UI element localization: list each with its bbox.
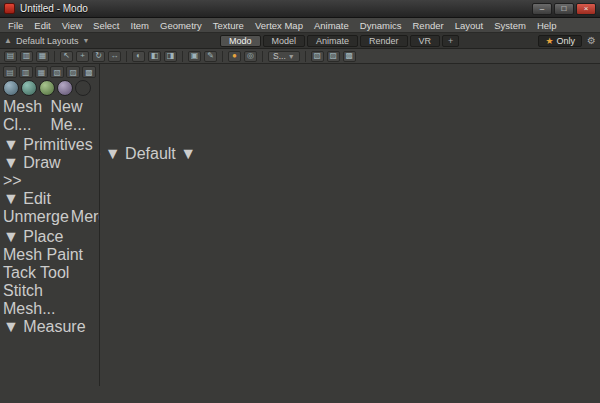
- menu-texture[interactable]: Texture: [213, 20, 244, 31]
- work-plane-icon[interactable]: ◎: [244, 51, 257, 62]
- menu-render[interactable]: Render: [413, 20, 444, 31]
- stitch-mesh-label: Stitch Mesh...: [3, 282, 55, 317]
- tool-mode-icon[interactable]: ▤: [3, 66, 17, 78]
- layout-tab-modo[interactable]: Modo: [220, 35, 261, 47]
- scale-tool-icon[interactable]: ↔: [108, 51, 121, 62]
- snap-icon[interactable]: ▣: [188, 51, 201, 62]
- add-layout-tab-button[interactable]: +: [442, 35, 459, 47]
- mesh-cleanup-button[interactable]: Mesh Cl...: [3, 98, 49, 134]
- sculpt-tool-icon[interactable]: [39, 80, 55, 96]
- symmetry-right-icon[interactable]: ◨: [164, 51, 177, 62]
- primitives-header-label: Primitives: [23, 136, 92, 153]
- falloff-icon[interactable]: ◐: [132, 51, 145, 62]
- measure-section-header[interactable]: ▼ Measure: [3, 318, 96, 336]
- menu-vertex-map[interactable]: Vertex Map: [255, 20, 303, 31]
- toolbar-separator: [262, 51, 263, 62]
- tool-mode-icon[interactable]: ▨: [66, 66, 80, 78]
- star-icon: ★: [545, 36, 553, 46]
- tool-mode-icon[interactable]: ▥: [19, 66, 33, 78]
- only-label: Only: [557, 36, 576, 46]
- tool-mode-icon[interactable]: ▩: [82, 66, 96, 78]
- unmerge-button[interactable]: Unmerge: [3, 208, 69, 226]
- edit-section-header[interactable]: ▼ Edit: [3, 190, 96, 208]
- rotate-tool-icon[interactable]: ↻: [92, 51, 105, 62]
- more-draw-tools-button[interactable]: >>: [3, 172, 96, 190]
- paint-tool-icon[interactable]: [57, 80, 73, 96]
- mesh-ops-icon[interactable]: ▧: [311, 51, 324, 62]
- layout-tab-render[interactable]: Render: [360, 35, 408, 47]
- draw-header-label: Draw: [23, 154, 60, 171]
- chevron-down-icon: ▼: [105, 145, 121, 162]
- modo-window: Untitled - Modo – □ × File Edit View Sel…: [0, 0, 600, 403]
- layout-tab-vr[interactable]: VR: [410, 35, 441, 47]
- misc-tool-icon[interactable]: [75, 80, 91, 96]
- style-menu-label: Default: [125, 145, 176, 162]
- layout-bar: ▲ Default Layouts ▼ Modo Model Animate R…: [0, 33, 600, 49]
- toolbar-separator: [182, 51, 183, 62]
- maximize-button[interactable]: □: [554, 3, 574, 15]
- merge-button[interactable]: Merge: [71, 208, 100, 226]
- tack-tool[interactable]: Tack Tool: [3, 264, 96, 282]
- window-controls: – □ ×: [532, 3, 596, 15]
- menu-edit[interactable]: Edit: [34, 20, 50, 31]
- transform-tool-icon[interactable]: [3, 80, 19, 96]
- mesh-buttons-row: Mesh Cl... New Me...: [3, 98, 96, 134]
- chevron-down-icon: ▼: [3, 136, 19, 153]
- layout-quad-icon[interactable]: ▦: [36, 51, 49, 62]
- menu-system[interactable]: System: [494, 20, 526, 31]
- layouts-label: Default Layouts: [16, 36, 79, 46]
- menu-file[interactable]: File: [8, 20, 23, 31]
- layout-grid-icon[interactable]: ▤: [4, 51, 17, 62]
- viewport-style-dropdown[interactable]: Default: [125, 145, 180, 162]
- gear-icon[interactable]: ⚙: [587, 35, 596, 46]
- menu-geometry[interactable]: Geometry: [160, 20, 202, 31]
- menu-select[interactable]: Select: [93, 20, 119, 31]
- pen-icon[interactable]: ✎: [204, 51, 217, 62]
- primitives-section-header[interactable]: ▼ Primitives: [3, 136, 96, 154]
- titlebar[interactable]: Untitled - Modo – □ ×: [0, 0, 600, 18]
- draw-section-header[interactable]: ▼ Draw: [3, 154, 96, 172]
- layout-split-icon[interactable]: ▥: [20, 51, 33, 62]
- layout-tab-animate[interactable]: Animate: [307, 35, 358, 47]
- snapping-dropdown[interactable]: S... ▼: [268, 51, 300, 62]
- element-move-tool-icon[interactable]: [21, 80, 37, 96]
- layout-bar-right: ★ Only ⚙: [538, 35, 596, 47]
- layout-tabs: Modo Model Animate Render VR +: [220, 35, 459, 47]
- place-section-header[interactable]: ▼ Place: [3, 228, 96, 246]
- only-toggle[interactable]: ★ Only: [538, 35, 582, 47]
- snapping-label: S...: [273, 51, 286, 61]
- menu-layout[interactable]: Layout: [455, 20, 484, 31]
- main-toolbar: ▤ ▥ ▦ ↖ + ↻ ↔ ◐ ◧ ◨ ▣ ✎ ● ◎ S... ▼ ▧ ▨ ▩: [0, 49, 600, 64]
- tool-mode-row: ▤ ▥ ▦ ▧ ▨ ▩: [3, 66, 96, 78]
- stitch-mesh-tool[interactable]: Stitch Mesh...: [3, 282, 96, 318]
- action-center-icon[interactable]: ●: [228, 51, 241, 62]
- layouts-dropdown[interactable]: ▲ Default Layouts ▼: [4, 36, 89, 46]
- menu-view[interactable]: View: [62, 20, 82, 31]
- toolbar-separator: [54, 51, 55, 62]
- chevron-down-icon: ▼: [3, 154, 19, 171]
- tack-tool-label: Tack Tool: [3, 264, 69, 281]
- menu-help[interactable]: Help: [537, 20, 557, 31]
- menu-dynamics[interactable]: Dynamics: [360, 20, 402, 31]
- menubar: File Edit View Select Item Geometry Text…: [0, 18, 600, 33]
- toolbar-separator: [222, 51, 223, 62]
- toolbar-separator: [126, 51, 127, 62]
- mesh-paint-tool[interactable]: Mesh Paint: [3, 246, 96, 264]
- menu-animate[interactable]: Animate: [314, 20, 349, 31]
- schematic-icon[interactable]: ▩: [343, 51, 356, 62]
- mesh-paint-label: Mesh Paint: [3, 246, 83, 263]
- symmetry-left-icon[interactable]: ◧: [148, 51, 161, 62]
- close-button[interactable]: ×: [576, 3, 596, 15]
- minimize-button[interactable]: –: [532, 3, 552, 15]
- move-tool-icon[interactable]: +: [76, 51, 89, 62]
- deformer-icon[interactable]: ▨: [327, 51, 340, 62]
- new-mesh-button[interactable]: New Me...: [51, 98, 97, 134]
- merge-buttons-row: Unmerge Merge: [3, 208, 96, 226]
- menu-item[interactable]: Item: [131, 20, 149, 31]
- chevron-down-icon: ▼: [3, 228, 19, 245]
- layout-tab-model[interactable]: Model: [263, 35, 306, 47]
- place-header-label: Place: [23, 228, 63, 245]
- select-cursor-icon[interactable]: ↖: [60, 51, 73, 62]
- tool-mode-icon[interactable]: ▦: [35, 66, 49, 78]
- tool-mode-icon[interactable]: ▧: [50, 66, 64, 78]
